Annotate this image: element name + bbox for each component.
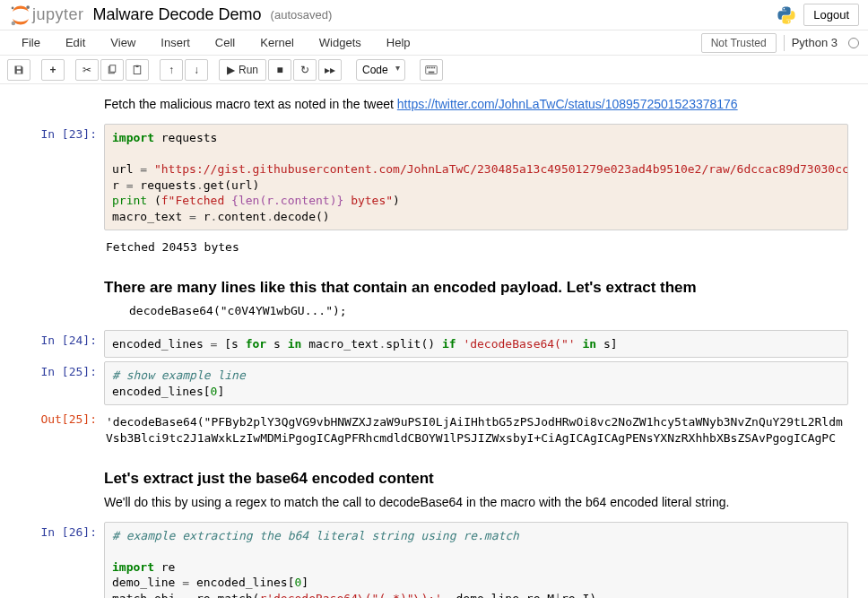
menu-insert[interactable]: Insert (148, 32, 203, 53)
svg-rect-4 (110, 65, 116, 72)
command-palette-button[interactable] (420, 59, 443, 81)
restart-run-all-button[interactable]: ▸▸ (318, 59, 342, 81)
restart-icon: ↻ (300, 64, 309, 76)
menu-edit[interactable]: Edit (53, 32, 98, 53)
celltype-select[interactable]: Code (356, 59, 405, 81)
copy-button[interactable] (100, 59, 124, 81)
markdown-cell[interactable]: Let's extract just the base64 encoded co… (20, 454, 848, 518)
svg-rect-10 (431, 66, 433, 68)
menu-file[interactable]: File (9, 32, 53, 53)
output-cell: Fetched 20453 bytes (20, 234, 848, 259)
markdown-text: Fetch the malicious macro text as noted … (104, 97, 848, 111)
jupyter-logo[interactable]: jupyter (9, 4, 84, 27)
notebook-container: Fetch the malicious macro text as noted … (13, 84, 855, 598)
run-icon: ▶ (227, 64, 235, 76)
save-button[interactable] (7, 59, 30, 81)
input-prompt: In [24]: (20, 330, 104, 359)
add-cell-button[interactable]: + (41, 59, 65, 81)
paste-icon (132, 65, 143, 75)
stream-output: Fetched 20453 bytes (104, 234, 848, 259)
code-input[interactable]: encoded_lines = [s for s in macro_text.s… (104, 330, 848, 359)
code-cell[interactable]: In [24]: encoded_lines = [s for s in mac… (20, 330, 848, 359)
jupyter-icon (9, 4, 32, 27)
keyboard-icon (425, 65, 438, 74)
menu-widgets[interactable]: Widgets (307, 32, 374, 53)
svg-rect-11 (434, 66, 436, 68)
run-button[interactable]: ▶Run (219, 59, 266, 81)
autosave-status: (autosaved) (271, 8, 333, 22)
menu-help[interactable]: Help (374, 32, 423, 53)
markdown-cell[interactable]: There are many lines like this that cont… (20, 263, 848, 326)
arrow-down-icon: ↓ (194, 64, 199, 76)
logout-button[interactable]: Logout (803, 4, 859, 26)
notebook-header: jupyter Malware Decode Demo (autosaved) … (0, 0, 868, 30)
menu-view[interactable]: View (98, 32, 148, 53)
fast-forward-icon: ▸▸ (325, 64, 335, 76)
menubar: File Edit View Insert Cell Kernel Widget… (0, 30, 868, 56)
code-cell[interactable]: In [26]: # example extracting the b64 li… (20, 522, 848, 598)
stop-button[interactable]: ■ (268, 59, 291, 81)
tweet-link[interactable]: https://twitter.com/JohnLaTwC/status/108… (397, 97, 738, 111)
code-input[interactable]: import requests url = "https://gist.gith… (104, 124, 848, 230)
code-cell[interactable]: In [23]: import requests url = "https://… (20, 124, 848, 230)
python-icon (777, 5, 796, 25)
jupyter-wordmark: jupyter (32, 5, 84, 24)
output-prompt: Out[25]: (20, 409, 104, 449)
svg-point-1 (12, 21, 16, 25)
restart-button[interactable]: ↻ (293, 59, 317, 81)
input-prompt: In [25]: (20, 361, 104, 405)
paste-button[interactable] (126, 59, 149, 81)
plus-icon: + (49, 64, 56, 76)
scissors-icon: ✂ (82, 64, 91, 76)
notebook-title[interactable]: Malware Decode Demo (93, 5, 262, 24)
move-down-button[interactable]: ↓ (185, 59, 208, 81)
cut-button[interactable]: ✂ (75, 59, 99, 81)
trust-indicator[interactable]: Not Trusted (701, 33, 777, 53)
svg-rect-8 (427, 66, 429, 68)
code-input[interactable]: # show example line encoded_lines[0] (104, 361, 848, 405)
markdown-code: decodeBase64("c0V4YW1wbGU..."); (129, 304, 848, 317)
kernel-name[interactable]: Python 3 (792, 36, 838, 49)
arrow-up-icon: ↑ (169, 64, 174, 76)
markdown-heading: There are many lines like this that cont… (104, 279, 848, 297)
toolbar: + ✂ ↑ ↓ ▶Run ■ ↻ ▸▸ Code (0, 56, 868, 84)
kernel-status-icon (848, 38, 859, 48)
svg-point-2 (12, 6, 14, 9)
stop-icon: ■ (276, 64, 282, 76)
svg-rect-6 (136, 65, 139, 66)
svg-rect-9 (430, 66, 431, 68)
menu-cell[interactable]: Cell (203, 32, 247, 53)
code-input[interactable]: # example extracting the b64 literal str… (104, 522, 848, 598)
svg-rect-12 (429, 71, 435, 73)
execute-result: 'decodeBase64("PFByb2plY3QgVG9vbHNWZXJza… (104, 409, 848, 449)
markdown-cell[interactable]: Fetch the malicious macro text as noted … (20, 93, 848, 120)
input-prompt: In [23]: (20, 124, 104, 230)
input-prompt: In [26]: (20, 522, 104, 598)
menu-kernel[interactable]: Kernel (247, 32, 307, 53)
copy-icon (107, 65, 117, 75)
code-cell[interactable]: In [25]: # show example line encoded_lin… (20, 361, 848, 405)
markdown-text: We'll do this by using a regex to match … (104, 495, 848, 509)
markdown-heading: Let's extract just the base64 encoded co… (104, 470, 848, 488)
move-up-button[interactable]: ↑ (160, 59, 183, 81)
output-cell: Out[25]: 'decodeBase64("PFByb2plY3QgVG9v… (20, 409, 848, 449)
save-icon (13, 65, 24, 75)
